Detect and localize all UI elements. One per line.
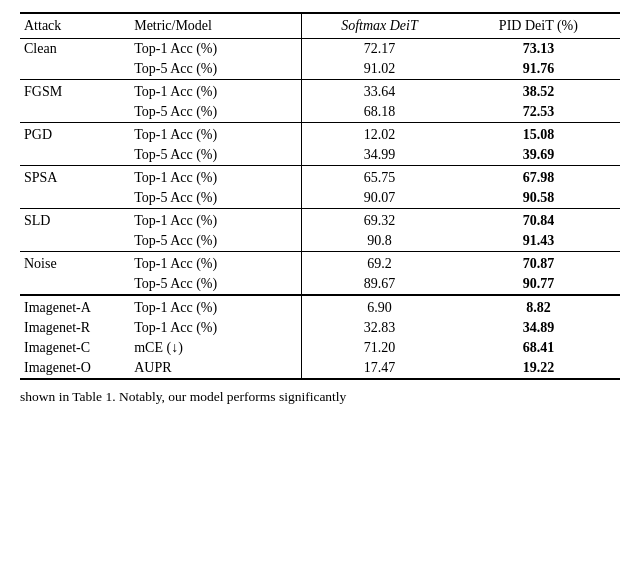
cell-pid: 70.84 <box>461 209 620 232</box>
header-attack: Attack <box>20 13 130 39</box>
cell-attack: Noise <box>20 252 130 275</box>
cell-attack <box>20 231 130 252</box>
table-container: Attack Metric/Model Softmax DeiT PID Dei… <box>20 12 620 380</box>
cell-softmax: 71.20 <box>302 338 461 358</box>
table-header-row: Attack Metric/Model Softmax DeiT PID Dei… <box>20 13 620 39</box>
cell-pid: 91.43 <box>461 231 620 252</box>
cell-metric: AUPR <box>130 358 301 379</box>
cell-metric: mCE (↓) <box>130 338 301 358</box>
cell-softmax: 6.90 <box>302 295 461 318</box>
cell-pid: 34.89 <box>461 318 620 338</box>
cell-pid: 90.77 <box>461 274 620 295</box>
cell-softmax: 34.99 <box>302 145 461 166</box>
cell-softmax: 91.02 <box>302 59 461 80</box>
cell-softmax: 69.2 <box>302 252 461 275</box>
table-row: Top-5 Acc (%)90.0790.58 <box>20 188 620 209</box>
cell-metric: Top-5 Acc (%) <box>130 188 301 209</box>
table-row: Top-5 Acc (%)34.9939.69 <box>20 145 620 166</box>
cell-pid: 72.53 <box>461 102 620 123</box>
table-row: CleanTop-1 Acc (%)72.1773.13 <box>20 39 620 60</box>
table-row: Top-5 Acc (%)91.0291.76 <box>20 59 620 80</box>
cell-pid: 19.22 <box>461 358 620 379</box>
cell-attack: SPSA <box>20 166 130 189</box>
cell-metric: Top-1 Acc (%) <box>130 252 301 275</box>
cell-attack <box>20 188 130 209</box>
cell-pid: 67.98 <box>461 166 620 189</box>
table-row: Imagenet-ATop-1 Acc (%)6.908.82 <box>20 295 620 318</box>
cell-softmax: 33.64 <box>302 80 461 103</box>
cell-metric: Top-5 Acc (%) <box>130 102 301 123</box>
table-row: Imagenet-RTop-1 Acc (%)32.8334.89 <box>20 318 620 338</box>
cell-softmax: 89.67 <box>302 274 461 295</box>
cell-pid: 68.41 <box>461 338 620 358</box>
table-row: PGDTop-1 Acc (%)12.0215.08 <box>20 123 620 146</box>
cell-attack <box>20 102 130 123</box>
cell-attack: PGD <box>20 123 130 146</box>
cell-pid: 73.13 <box>461 39 620 60</box>
table-row: Top-5 Acc (%)90.891.43 <box>20 231 620 252</box>
cell-attack <box>20 145 130 166</box>
cell-softmax: 68.18 <box>302 102 461 123</box>
cell-softmax: 72.17 <box>302 39 461 60</box>
header-metric: Metric/Model <box>130 13 301 39</box>
cell-metric: Top-1 Acc (%) <box>130 39 301 60</box>
table-row: Top-5 Acc (%)68.1872.53 <box>20 102 620 123</box>
cell-softmax: 90.07 <box>302 188 461 209</box>
cell-attack: Imagenet-R <box>20 318 130 338</box>
table-row: SLDTop-1 Acc (%)69.3270.84 <box>20 209 620 232</box>
cell-pid: 39.69 <box>461 145 620 166</box>
cell-metric: Top-1 Acc (%) <box>130 166 301 189</box>
cell-pid: 70.87 <box>461 252 620 275</box>
cell-pid: 15.08 <box>461 123 620 146</box>
cell-attack <box>20 59 130 80</box>
cell-pid: 91.76 <box>461 59 620 80</box>
header-softmax: Softmax DeiT <box>302 13 461 39</box>
cell-attack: SLD <box>20 209 130 232</box>
cell-softmax: 32.83 <box>302 318 461 338</box>
table-row: SPSATop-1 Acc (%)65.7567.98 <box>20 166 620 189</box>
cell-attack: Imagenet-O <box>20 358 130 379</box>
cell-metric: Top-1 Acc (%) <box>130 318 301 338</box>
table-row: NoiseTop-1 Acc (%)69.270.87 <box>20 252 620 275</box>
cell-metric: Top-1 Acc (%) <box>130 123 301 146</box>
cell-metric: Top-5 Acc (%) <box>130 274 301 295</box>
cell-softmax: 17.47 <box>302 358 461 379</box>
cell-pid: 38.52 <box>461 80 620 103</box>
results-table: Attack Metric/Model Softmax DeiT PID Dei… <box>20 12 620 380</box>
table-row: Imagenet-OAUPR17.4719.22 <box>20 358 620 379</box>
cell-attack: Clean <box>20 39 130 60</box>
table-row: Imagenet-CmCE (↓)71.2068.41 <box>20 338 620 358</box>
cell-attack <box>20 274 130 295</box>
table-row: Top-5 Acc (%)89.6790.77 <box>20 274 620 295</box>
cell-metric: Top-1 Acc (%) <box>130 209 301 232</box>
cell-metric: Top-5 Acc (%) <box>130 59 301 80</box>
cell-attack: FGSM <box>20 80 130 103</box>
cell-metric: Top-1 Acc (%) <box>130 80 301 103</box>
header-pid: PID DeiT (%) <box>461 13 620 39</box>
cell-softmax: 12.02 <box>302 123 461 146</box>
footnote-text: shown in Table 1. Notably, our model per… <box>20 388 620 407</box>
cell-softmax: 65.75 <box>302 166 461 189</box>
cell-softmax: 69.32 <box>302 209 461 232</box>
cell-metric: Top-5 Acc (%) <box>130 145 301 166</box>
cell-attack: Imagenet-C <box>20 338 130 358</box>
table-row: FGSMTop-1 Acc (%)33.6438.52 <box>20 80 620 103</box>
cell-metric: Top-1 Acc (%) <box>130 295 301 318</box>
cell-pid: 8.82 <box>461 295 620 318</box>
cell-softmax: 90.8 <box>302 231 461 252</box>
cell-pid: 90.58 <box>461 188 620 209</box>
cell-metric: Top-5 Acc (%) <box>130 231 301 252</box>
cell-attack: Imagenet-A <box>20 295 130 318</box>
